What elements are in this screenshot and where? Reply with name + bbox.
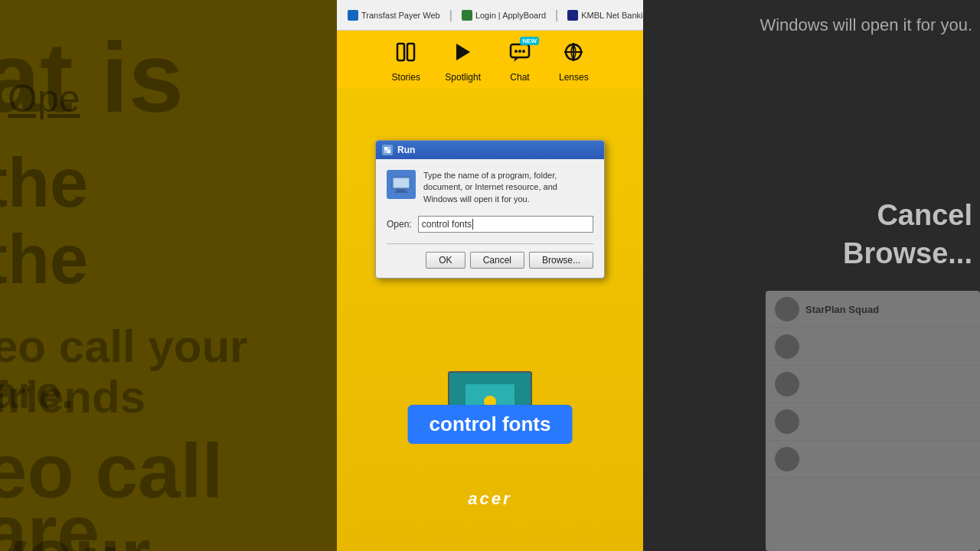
run-body: Type the name of a program, folder, docu… xyxy=(376,159,604,278)
tab-transfast[interactable]: Transfast Payer Web xyxy=(343,8,445,22)
snap-item-spotlight[interactable]: Spotlight xyxy=(445,40,481,83)
chat-item-2 xyxy=(766,328,980,366)
stories-label: Stories xyxy=(392,72,420,83)
tab-applyboard[interactable]: Login | ApplyBoard xyxy=(457,8,550,22)
chat-new-badge: NEW xyxy=(520,37,539,45)
tab-kmbl[interactable]: KMBL Net Banking xyxy=(563,8,643,22)
chat-avatar-3 xyxy=(775,372,799,396)
run-browse-button[interactable]: Browse... xyxy=(529,252,593,269)
run-input-field[interactable]: control fonts xyxy=(418,216,593,233)
tab-divider-1: | xyxy=(449,8,452,22)
run-top-section: Type the name of a program, folder, docu… xyxy=(387,170,593,205)
svg-rect-0 xyxy=(397,44,404,60)
run-open-row: Open: control fonts xyxy=(387,216,593,233)
right-bg-cancel: Cancel xyxy=(877,199,972,232)
kmbl-icon xyxy=(567,10,578,21)
tab-divider-2: | xyxy=(555,8,558,22)
run-description-text: Type the name of a program, folder, docu… xyxy=(423,170,593,205)
snap-item-lenses[interactable]: Lenses xyxy=(559,40,589,83)
center-panel: Transfast Payer Web | Login | ApplyBoard… xyxy=(337,0,643,551)
run-ok-button[interactable]: OK xyxy=(426,252,465,269)
chat-item-5 xyxy=(766,441,980,478)
svg-rect-11 xyxy=(384,147,387,150)
lenses-label: Lenses xyxy=(559,72,589,83)
chat-avatar-4 xyxy=(775,409,799,434)
lenses-icon xyxy=(563,41,584,68)
spotlight-icon xyxy=(452,41,474,68)
chat-name-1: StarPlan Squad xyxy=(805,304,879,315)
svg-point-6 xyxy=(518,50,521,53)
run-cancel-button[interactable]: Cancel xyxy=(470,252,524,269)
run-buttons: OK Cancel Browse... xyxy=(387,252,593,269)
spotlight-label: Spotlight xyxy=(445,72,481,83)
run-open-label: Open: xyxy=(387,219,412,230)
chat-avatar-1 xyxy=(775,297,799,321)
applyboard-icon xyxy=(462,10,472,21)
transfast-icon xyxy=(348,10,358,21)
svg-rect-1 xyxy=(407,44,414,60)
caption-bar: control fonts xyxy=(408,405,573,444)
chat-item-1: StarPlan Squad xyxy=(766,291,980,328)
svg-point-5 xyxy=(514,50,518,53)
run-title-text: Run xyxy=(397,145,415,155)
stories-icon xyxy=(395,41,416,68)
spotlight-icon-wrap xyxy=(449,40,478,69)
left-background: at is the the eo call your friends are. … xyxy=(0,0,337,551)
bg-text-7: are. xyxy=(0,490,121,551)
right-bg-browse: Browse... xyxy=(843,237,972,270)
bg-text-2: the xyxy=(0,145,88,221)
chat-item-4 xyxy=(766,403,980,441)
snap-toolbar: Stories Spotlight xyxy=(337,31,643,89)
svg-rect-12 xyxy=(387,150,390,153)
svg-rect-17 xyxy=(394,191,408,193)
svg-rect-13 xyxy=(384,150,387,153)
chat-icon-wrap: NEW xyxy=(505,40,534,69)
bg-text-3: the xyxy=(0,222,88,298)
lenses-icon-wrap xyxy=(559,40,588,69)
stories-icon-wrap xyxy=(391,40,420,69)
snap-item-stories[interactable]: Stories xyxy=(391,40,420,83)
open-text: Ope xyxy=(8,77,80,121)
right-background: Windows will open it for you. Cancel Bro… xyxy=(643,0,980,551)
svg-rect-16 xyxy=(397,189,406,191)
applyboard-label: Login | ApplyBoard xyxy=(475,11,546,20)
bg-text-5: are. xyxy=(0,367,74,418)
chat-avatar-2 xyxy=(775,334,799,359)
run-cursor xyxy=(472,219,473,230)
svg-rect-14 xyxy=(387,147,390,150)
right-bg-text-1: Windows will open it for you. xyxy=(760,15,972,35)
chat-label: Chat xyxy=(510,72,529,83)
transfast-label: Transfast Payer Web xyxy=(361,11,440,20)
svg-rect-18 xyxy=(394,178,409,187)
browser-bar: Transfast Payer Web | Login | ApplyBoard… xyxy=(337,0,643,31)
kmbl-label: KMBL Net Banking xyxy=(581,11,643,20)
acer-logo: acer xyxy=(468,489,511,509)
snap-item-chat[interactable]: NEW Chat xyxy=(505,40,534,83)
right-chat-panel: StarPlan Squad xyxy=(766,291,980,551)
chat-avatar-5 xyxy=(775,447,799,471)
run-title-icon xyxy=(382,145,393,155)
svg-marker-2 xyxy=(456,44,470,60)
run-dialog: Run Type the name of a program, folder, … xyxy=(375,140,605,279)
run-title-bar: Run xyxy=(376,141,604,159)
run-input-value: control fonts xyxy=(422,219,472,230)
run-computer-icon xyxy=(387,170,416,199)
chat-item-3 xyxy=(766,366,980,403)
run-separator xyxy=(387,243,593,244)
svg-point-7 xyxy=(522,50,525,53)
